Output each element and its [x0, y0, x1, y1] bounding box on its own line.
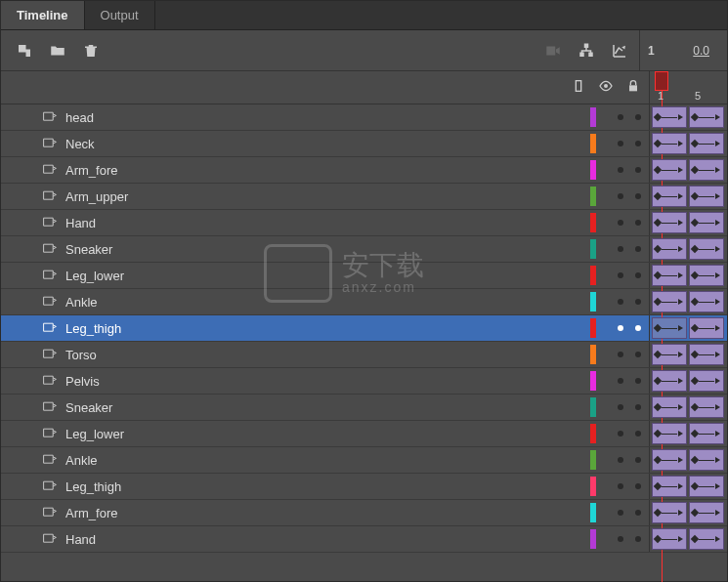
keyframe-span[interactable] — [689, 528, 724, 550]
lock-dot[interactable] — [635, 167, 641, 173]
lock-dot[interactable] — [635, 220, 641, 226]
layer-track[interactable] — [649, 447, 727, 473]
tab-timeline[interactable]: Timeline — [1, 1, 85, 29]
keyframe-span[interactable] — [652, 186, 687, 207]
color-swatch[interactable] — [590, 213, 596, 232]
type-column-icon[interactable] — [571, 78, 586, 98]
lock-dot[interactable] — [635, 141, 641, 146]
layer-track[interactable] — [649, 236, 727, 262]
layer-row[interactable]: Sneaker — [1, 395, 727, 421]
visibility-dot[interactable] — [618, 246, 623, 252]
keyframe-span[interactable] — [689, 396, 724, 418]
layer-row[interactable]: head — [1, 104, 727, 131]
layer-track[interactable] — [649, 131, 727, 156]
color-swatch[interactable] — [590, 397, 596, 417]
visibility-dot[interactable] — [618, 167, 623, 173]
layer-row[interactable]: Torso — [1, 342, 727, 368]
lock-dot[interactable] — [635, 457, 641, 463]
layer-track[interactable] — [649, 157, 727, 183]
layer-row[interactable]: Hand — [1, 210, 727, 236]
layer-row[interactable]: Ankle — [1, 447, 727, 474]
trash-button[interactable] — [77, 37, 105, 64]
keyframe-span[interactable] — [652, 265, 687, 286]
color-swatch[interactable] — [590, 371, 596, 391]
layer-row[interactable]: Leg_thigh — [1, 474, 727, 500]
visibility-dot[interactable] — [618, 510, 623, 516]
folder-button[interactable] — [44, 37, 71, 64]
layer-track[interactable] — [649, 184, 727, 209]
keyframe-span[interactable] — [689, 238, 724, 260]
color-swatch[interactable] — [590, 160, 596, 180]
layer-row[interactable]: Pelvis — [1, 368, 727, 395]
layer-row[interactable]: Hand — [1, 526, 727, 553]
keyframe-span[interactable] — [652, 370, 687, 392]
layer-track[interactable] — [649, 289, 727, 314]
visibility-dot[interactable] — [618, 193, 623, 199]
lock-icon[interactable] — [625, 78, 641, 98]
color-swatch[interactable] — [590, 318, 596, 338]
keyframe-span[interactable] — [689, 317, 724, 339]
layer-row[interactable]: Leg_thigh — [1, 315, 727, 342]
layer-track[interactable] — [649, 315, 727, 341]
layer-track[interactable] — [649, 500, 727, 525]
keyframe-span[interactable] — [689, 423, 724, 444]
visibility-dot[interactable] — [618, 431, 623, 436]
keyframe-span[interactable] — [652, 133, 687, 154]
color-swatch[interactable] — [590, 424, 596, 443]
color-swatch[interactable] — [590, 503, 596, 522]
layer-track[interactable] — [649, 104, 727, 130]
keyframe-span[interactable] — [689, 449, 724, 471]
color-swatch[interactable] — [590, 292, 596, 312]
layer-track[interactable] — [649, 526, 727, 552]
keyframe-span[interactable] — [689, 212, 724, 233]
lock-dot[interactable] — [635, 536, 641, 542]
keyframe-span[interactable] — [652, 238, 687, 260]
visibility-dot[interactable] — [618, 272, 623, 278]
keyframe-span[interactable] — [652, 291, 687, 312]
keyframe-span[interactable] — [652, 449, 687, 471]
layer-row[interactable]: Neck — [1, 131, 727, 157]
layer-row[interactable]: Arm_upper — [1, 184, 727, 210]
visibility-dot[interactable] — [618, 352, 623, 357]
layer-track[interactable] — [649, 368, 727, 394]
layer-row[interactable]: Leg_lower — [1, 421, 727, 447]
keyframe-span[interactable] — [689, 476, 724, 497]
timeline-ruler[interactable]: 1 5 — [649, 71, 727, 104]
layer-track[interactable] — [649, 342, 727, 367]
keyframe-span[interactable] — [652, 106, 687, 128]
color-swatch[interactable] — [590, 266, 596, 285]
lock-dot[interactable] — [635, 114, 641, 120]
keyframe-span[interactable] — [652, 344, 687, 365]
lock-dot[interactable] — [635, 352, 641, 357]
color-swatch[interactable] — [590, 107, 596, 127]
keyframe-span[interactable] — [652, 317, 687, 339]
layer-row[interactable]: Arm_fore — [1, 157, 727, 184]
layer-track[interactable] — [649, 474, 727, 499]
camera-button[interactable] — [539, 37, 567, 64]
lock-dot[interactable] — [635, 404, 641, 410]
visibility-dot[interactable] — [618, 483, 623, 489]
layer-row[interactable]: Arm_fore — [1, 500, 727, 526]
new-symbol-button[interactable] — [11, 37, 38, 64]
keyframe-span[interactable] — [652, 396, 687, 418]
color-swatch[interactable] — [590, 529, 596, 549]
keyframe-span[interactable] — [689, 291, 724, 312]
keyframe-span[interactable] — [652, 528, 687, 550]
layer-row[interactable]: Leg_lower — [1, 263, 727, 289]
lock-dot[interactable] — [635, 272, 641, 278]
color-swatch[interactable] — [590, 477, 596, 496]
lock-dot[interactable] — [635, 299, 641, 305]
keyframe-span[interactable] — [652, 502, 687, 523]
visibility-dot[interactable] — [618, 141, 623, 146]
keyframe-span[interactable] — [689, 106, 724, 128]
keyframe-span[interactable] — [689, 159, 724, 181]
color-swatch[interactable] — [590, 450, 596, 470]
tab-output[interactable]: Output — [85, 1, 155, 29]
visibility-dot[interactable] — [618, 220, 623, 226]
current-time[interactable]: 0.0 — [693, 44, 709, 58]
color-swatch[interactable] — [590, 187, 596, 206]
keyframe-span[interactable] — [689, 370, 724, 392]
lock-dot[interactable] — [635, 378, 641, 384]
keyframe-span[interactable] — [689, 265, 724, 286]
keyframe-span[interactable] — [652, 476, 687, 497]
